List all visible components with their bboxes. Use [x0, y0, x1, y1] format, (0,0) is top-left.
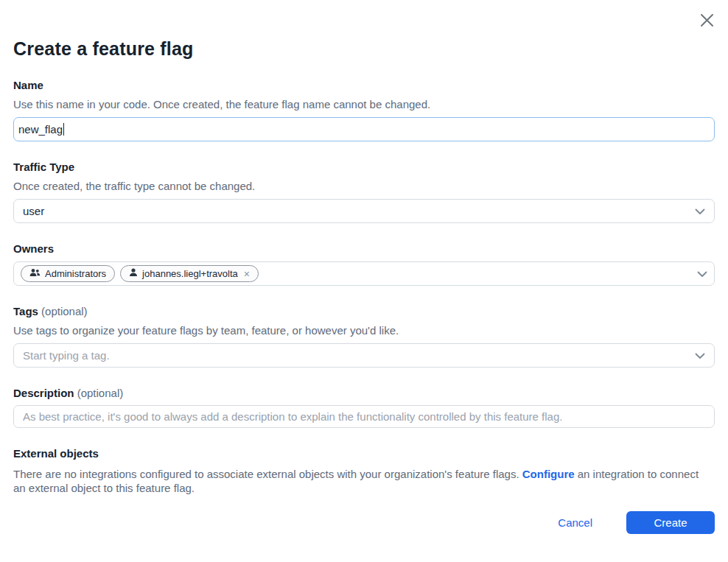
tags-optional-label: (optional): [41, 305, 88, 317]
description-input[interactable]: [23, 406, 705, 427]
owner-chip-user[interactable]: johannes.liegl+travolta ×: [120, 265, 259, 282]
dialog-footer: Cancel Create: [558, 511, 715, 534]
close-icon: [699, 13, 715, 30]
remove-chip-icon[interactable]: ×: [244, 268, 250, 280]
owner-chip-administrators[interactable]: Administrators: [21, 265, 115, 282]
description-optional-label: (optional): [77, 387, 124, 399]
traffic-type-select[interactable]: user: [13, 199, 715, 223]
owners-section: Owners Administrators johannes.liegl+tra…: [13, 242, 715, 286]
description-label: Description: [13, 387, 74, 399]
tags-select[interactable]: [13, 343, 715, 368]
traffic-type-label: Traffic Type: [13, 161, 715, 174]
tags-help-text: Use tags to organize your feature flags …: [13, 323, 715, 337]
name-help-text: Use this name in your code. Once created…: [13, 97, 715, 111]
group-icon: [29, 268, 41, 279]
create-button[interactable]: Create: [626, 511, 715, 534]
owner-chip-label: johannes.liegl+travolta: [142, 268, 238, 279]
cancel-button[interactable]: Cancel: [558, 516, 592, 529]
traffic-type-help-text: Once created, the traffic type cannot be…: [13, 179, 715, 193]
owners-label: Owners: [13, 242, 715, 256]
chevron-down-icon: [695, 349, 705, 362]
external-objects-label: External objects: [13, 447, 715, 460]
traffic-type-value: user: [23, 205, 44, 217]
person-icon: [129, 268, 138, 279]
external-objects-section: External objects There are no integratio…: [13, 447, 715, 495]
tags-section: Tags (optional) Use tags to organize you…: [13, 305, 715, 368]
chevron-down-icon: [697, 267, 707, 280]
tags-input[interactable]: [23, 344, 695, 367]
traffic-type-section: Traffic Type Once created, the traffic t…: [13, 161, 715, 223]
tags-label: Tags: [13, 305, 38, 317]
close-button[interactable]: [697, 12, 716, 31]
chevron-down-icon: [695, 205, 705, 217]
name-input[interactable]: new_flag: [13, 117, 715, 141]
description-section: Description (optional): [13, 387, 715, 428]
dialog-title: Create a feature flag: [13, 0, 715, 60]
create-feature-flag-dialog: Create a feature flag Name Use this name…: [0, 0, 728, 562]
name-input-value: new_flag: [18, 123, 63, 136]
external-objects-text: There are no integrations configured to …: [13, 467, 713, 495]
configure-link[interactable]: Configure: [522, 468, 575, 480]
name-label: Name: [13, 79, 715, 92]
owners-multiselect[interactable]: Administrators johannes.liegl+travolta ×: [13, 261, 715, 286]
owner-chip-label: Administrators: [45, 268, 106, 279]
name-section: Name Use this name in your code. Once cr…: [13, 79, 715, 141]
text-caret: [63, 123, 64, 136]
description-field[interactable]: [13, 405, 715, 428]
